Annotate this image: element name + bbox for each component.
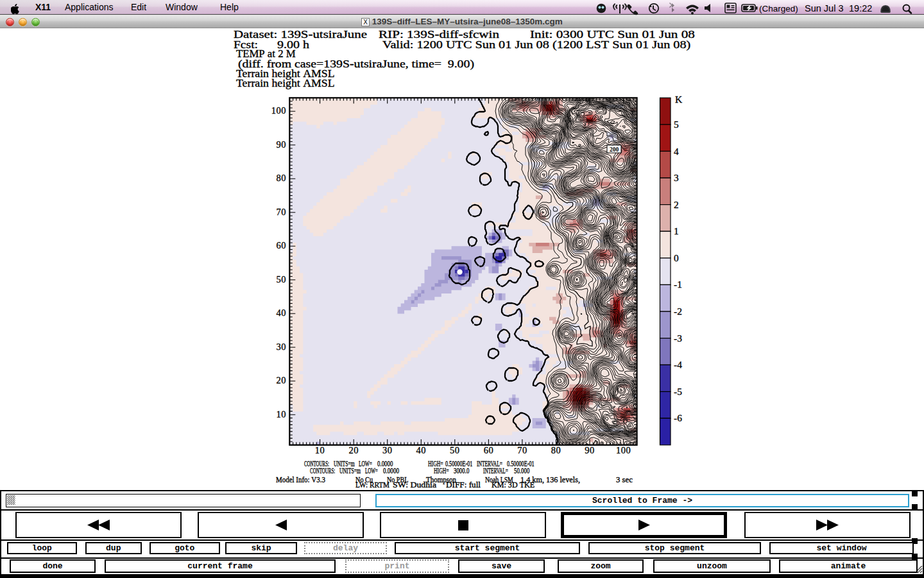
svg-text:Sun Jul 3: Sun Jul 3 (805, 3, 843, 13)
svg-text:0: 0 (674, 252, 679, 263)
svg-text:5: 5 (674, 119, 679, 130)
svg-text:100: 100 (271, 105, 286, 116)
svg-text:-2: -2 (674, 306, 682, 317)
svg-text:2: 2 (674, 199, 679, 210)
svg-text:50: 50 (450, 445, 460, 455)
svg-text:20: 20 (277, 375, 287, 385)
svg-text:20: 20 (348, 445, 359, 455)
svg-text:70: 70 (517, 445, 527, 455)
svg-text:1: 1 (674, 225, 679, 236)
svg-text:200: 200 (610, 146, 619, 153)
svg-text:-3: -3 (674, 333, 682, 344)
svg-text:19:22: 19:22 (849, 3, 872, 13)
svg-text:K: K (675, 94, 683, 105)
svg-text:60: 60 (484, 445, 494, 455)
svg-text:4: 4 (674, 146, 679, 157)
svg-text:30: 30 (277, 342, 287, 352)
svg-text:90: 90 (585, 445, 595, 455)
svg-text:90: 90 (277, 139, 287, 150)
svg-text:-4: -4 (674, 359, 682, 370)
svg-text:(Charged): (Charged) (759, 4, 798, 13)
svg-text:-5: -5 (674, 386, 682, 397)
svg-text:10: 10 (277, 409, 287, 419)
svg-text:40: 40 (416, 445, 427, 455)
svg-text:-1: -1 (674, 279, 682, 290)
svg-text:70: 70 (277, 207, 287, 217)
svg-text:-6: -6 (674, 412, 682, 423)
svg-text:3: 3 (674, 172, 679, 183)
svg-text:10: 10 (315, 445, 325, 455)
svg-text:60: 60 (277, 240, 287, 250)
svg-text:50: 50 (277, 274, 287, 285)
svg-text:30: 30 (382, 445, 393, 455)
svg-text:100: 100 (616, 445, 631, 455)
svg-text:80: 80 (277, 173, 287, 183)
svg-text:40: 40 (277, 308, 287, 318)
svg-text:80: 80 (551, 445, 561, 455)
